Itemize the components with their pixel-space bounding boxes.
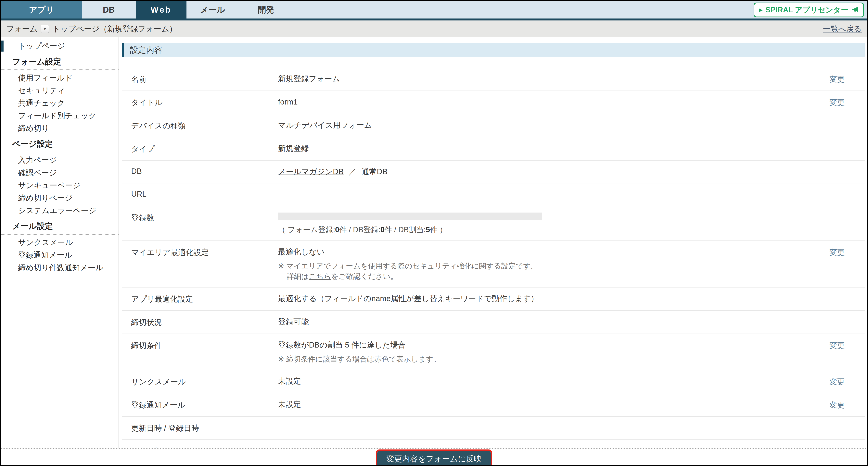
sidebar-item-共通チェック[interactable]: 共通チェック — [1, 97, 119, 109]
row-action: 変更 — [806, 340, 865, 351]
sidebar-item-使用フィールド[interactable]: 使用フィールド — [1, 72, 119, 84]
settings-row: サンクスメール未設定変更 — [122, 370, 865, 393]
row-value: メールマガジンDB／通常DB — [278, 167, 806, 176]
row-label: 登録数 — [122, 212, 278, 223]
row-value-text: マルチデバイス用フォーム — [278, 121, 806, 130]
sidebar-nav: トップページフォーム設定使用フィールドセキュリティ共通チェックフィールド別チェッ… — [1, 37, 119, 448]
change-link[interactable]: 変更 — [829, 75, 845, 84]
row-value: 登録可能 — [278, 317, 806, 327]
row-value: 未設定 — [278, 400, 806, 409]
row-label: タイプ — [122, 144, 278, 154]
breadcrumb-right: 一覧へ戻る — [823, 24, 862, 34]
sidebar-group-header: ページ設定 — [1, 135, 119, 152]
row-value: 最適化しない※ マイエリアでフォームを使用する際のセキュリティ強化に関する設定で… — [278, 247, 806, 281]
row-action: 変更 — [806, 97, 865, 108]
sidebar-item-締め切りページ[interactable]: 締め切りページ — [1, 192, 119, 204]
change-link[interactable]: 変更 — [829, 401, 845, 409]
db-type-text: 通常DB — [362, 167, 388, 176]
settings-table: 名前新規登録フォーム変更タイトルform1変更デバイスの種類マルチデバイス用フォ… — [122, 68, 865, 448]
row-label: マイエリア最適化設定 — [122, 247, 278, 258]
app-window: アプリDBWebメール開発 ▶ SPIRAL アプリセンター フォーム ▼ トッ… — [0, 0, 868, 466]
nav-underline-strip — [1, 19, 867, 21]
detail-here-link[interactable]: こちら — [309, 272, 331, 280]
apply-changes-button[interactable]: 変更内容をフォームに反映 — [377, 451, 491, 466]
row-value: 新規登録フォーム — [278, 74, 806, 84]
main-content: 設定内容 名前新規登録フォーム変更タイトルform1変更デバイスの種類マルチデバ… — [119, 37, 867, 448]
sidebar-item-フィールド別チェック[interactable]: フィールド別チェック — [1, 109, 119, 122]
row-value: 新規登録 — [278, 144, 806, 153]
change-link[interactable]: 変更 — [829, 248, 845, 257]
chevron-down-icon: ▼ — [43, 26, 47, 32]
panel-title: 設定内容 — [130, 45, 162, 56]
page-body: トップページフォーム設定使用フィールドセキュリティ共通チェックフィールド別チェッ… — [1, 37, 867, 448]
sidebar-item-締め切り件数通知メール[interactable]: 締め切り件数通知メール — [1, 261, 119, 274]
row-label: サンクスメール — [122, 376, 278, 387]
nav-tab-DB[interactable]: DB — [82, 1, 136, 19]
sidebar-group-header: フォーム設定 — [1, 52, 119, 70]
sidebar-item-サンキューページ[interactable]: サンキューページ — [1, 179, 119, 192]
row-note: ※ 締切条件に該当する場合は赤色で表示します。 — [278, 355, 806, 364]
row-action: 変更 — [806, 376, 865, 387]
back-to-list-link[interactable]: 一覧へ戻る — [823, 25, 862, 33]
row-label: 締切状況 — [122, 317, 278, 328]
change-link[interactable]: 変更 — [829, 98, 845, 107]
play-arrow-icon: ▶ — [759, 7, 763, 13]
db-value-line: メールマガジンDB／通常DB — [278, 167, 806, 176]
sidebar-item-システムエラーページ[interactable]: システムエラーページ — [1, 204, 119, 217]
row-value: 最適化する（フィールドのname属性が差し替えキーワードで動作します） — [278, 294, 806, 303]
settings-row: タイプ新規登録 — [122, 137, 865, 160]
sidebar-item-登録通知メール[interactable]: 登録通知メール — [1, 249, 119, 261]
nav-spacer — [293, 1, 753, 19]
settings-row: URL — [122, 183, 865, 206]
breadcrumb-bar: フォーム ▼ トップページ（新規登録フォーム） 一覧へ戻る — [1, 21, 867, 37]
settings-row: タイトルform1変更 — [122, 91, 865, 114]
change-link[interactable]: 変更 — [829, 341, 845, 350]
row-label: タイトル — [122, 97, 278, 108]
row-label: 名前 — [122, 74, 278, 85]
row-value-text: 最適化しない — [278, 247, 806, 257]
bottom-action-bar: 変更内容をフォームに反映 — [1, 448, 867, 465]
spiral-button-label: SPIRAL アプリセンター — [766, 5, 848, 15]
nav-tab-開発[interactable]: 開発 — [239, 1, 293, 19]
sidebar-item-セキュリティ[interactable]: セキュリティ — [1, 84, 119, 97]
row-label: 最終更新者 — [122, 446, 278, 448]
settings-row: デバイスの種類マルチデバイス用フォーム — [122, 114, 865, 137]
nav-tab-アプリ[interactable]: アプリ — [1, 1, 82, 19]
sidebar-item-締め切り[interactable]: 締め切り — [1, 122, 119, 135]
row-label: URL — [122, 190, 278, 198]
row-value: 未設定 — [278, 376, 806, 386]
row-action: 変更 — [806, 74, 865, 85]
row-label: 登録通知メール — [122, 400, 278, 410]
row-note-detail: 詳細はこちらをご確認ください。 — [278, 272, 806, 281]
row-value-text: 登録可能 — [278, 317, 806, 327]
settings-row: 締切条件登録数がDBの割当 5 件に達した場合※ 締切条件に該当する場合は赤色で… — [122, 334, 865, 370]
settings-row: アプリ最適化設定最適化する（フィールドのname属性が差し替えキーワードで動作し… — [122, 287, 865, 310]
sidebar-group-header: メール設定 — [1, 217, 119, 235]
settings-row: マイエリア最適化設定最適化しない※ マイエリアでフォームを使用する際のセキュリテ… — [122, 240, 865, 287]
row-value: form1 — [278, 97, 806, 107]
highlight-ring: 変更内容をフォームに反映 — [376, 450, 493, 466]
row-value: （ フォーム登録:0件 / DB登録:0件 / DB割当:5件 ） — [278, 212, 806, 235]
change-link[interactable]: 変更 — [829, 377, 845, 386]
page-title: トップページ（新規登録フォーム） — [53, 24, 177, 34]
form-dropdown-button[interactable]: ▼ — [41, 25, 49, 33]
nav-tabs: アプリDBWebメール開発 — [1, 1, 293, 19]
nav-tab-メール[interactable]: メール — [186, 1, 239, 19]
db-link[interactable]: メールマガジンDB — [278, 167, 344, 176]
sidebar-item-入力ページ[interactable]: 入力ページ — [1, 154, 119, 166]
spiral-app-center-button[interactable]: ▶ SPIRAL アプリセンター — [753, 3, 864, 17]
row-value-text: 登録数がDBの割当 5 件に達した場合 — [278, 340, 806, 350]
top-nav: アプリDBWebメール開発 ▶ SPIRAL アプリセンター — [1, 1, 867, 19]
settings-row: DBメールマガジンDB／通常DB — [122, 160, 865, 183]
nav-tab-Web[interactable]: Web — [136, 1, 186, 19]
registration-counts: （ フォーム登録:0件 / DB登録:0件 / DB割当:5件 ） — [278, 225, 806, 235]
row-label: アプリ最適化設定 — [122, 294, 278, 304]
row-value: マルチデバイス用フォーム — [278, 121, 806, 130]
registration-progress-bar — [278, 212, 542, 220]
settings-row: 登録通知メール未設定変更 — [122, 393, 865, 416]
sidebar-item-トップページ[interactable]: トップページ — [1, 40, 119, 52]
sidebar-item-サンクスメール[interactable]: サンクスメール — [1, 236, 119, 249]
row-value-text: 未設定 — [278, 376, 806, 386]
row-value-text: 未設定 — [278, 400, 806, 409]
sidebar-item-確認ページ[interactable]: 確認ページ — [1, 166, 119, 179]
